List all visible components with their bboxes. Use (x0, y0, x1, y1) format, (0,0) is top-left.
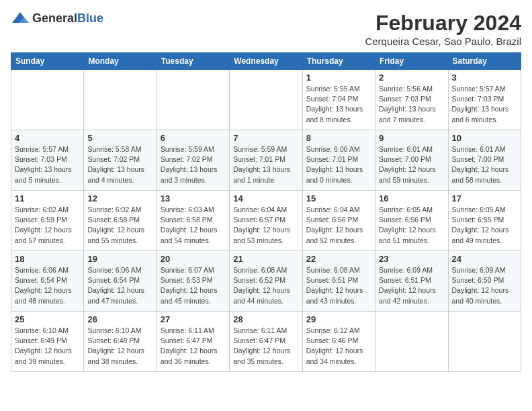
day-cell: 5Sunrise: 5:58 AM Sunset: 7:02 PM Daylig… (84, 130, 157, 191)
day-cell (157, 70, 229, 130)
day-cell: 14Sunrise: 6:04 AM Sunset: 6:57 PM Dayli… (230, 191, 302, 251)
day-number: 12 (87, 193, 152, 203)
day-detail: Sunrise: 5:56 AM Sunset: 7:03 PM Dayligh… (379, 84, 444, 125)
day-cell: 12Sunrise: 6:02 AM Sunset: 6:58 PM Dayli… (84, 191, 157, 251)
day-number: 24 (452, 254, 517, 264)
day-cell (448, 312, 521, 372)
day-number: 3 (452, 73, 517, 83)
weekday-thursday: Thursday (302, 53, 375, 70)
day-cell: 9Sunrise: 6:01 AM Sunset: 7:00 PM Daylig… (375, 130, 448, 191)
day-cell: 19Sunrise: 6:06 AM Sunset: 6:54 PM Dayli… (84, 251, 157, 312)
day-detail: Sunrise: 6:06 AM Sunset: 6:54 PM Dayligh… (15, 265, 80, 306)
day-number: 8 (306, 133, 371, 143)
day-number: 5 (87, 133, 152, 143)
day-cell: 4Sunrise: 5:57 AM Sunset: 7:03 PM Daylig… (11, 130, 84, 191)
week-row-3: 11Sunrise: 6:02 AM Sunset: 6:59 PM Dayli… (11, 191, 521, 251)
day-number: 4 (15, 133, 80, 143)
day-detail: Sunrise: 5:58 AM Sunset: 7:02 PM Dayligh… (87, 144, 152, 185)
day-cell: 15Sunrise: 6:04 AM Sunset: 6:56 PM Dayli… (302, 191, 375, 251)
day-detail: Sunrise: 6:11 AM Sunset: 6:47 PM Dayligh… (161, 326, 226, 367)
day-cell: 10Sunrise: 6:01 AM Sunset: 7:00 PM Dayli… (448, 130, 521, 191)
day-cell: 7Sunrise: 5:59 AM Sunset: 7:01 PM Daylig… (230, 130, 302, 191)
day-number: 11 (15, 193, 80, 203)
day-number: 25 (15, 314, 80, 324)
weekday-saturday: Saturday (448, 53, 521, 70)
calendar-table: SundayMondayTuesdayWednesdayThursdayFrid… (11, 52, 521, 372)
page-subtitle: Cerqueira Cesar, Sao Paulo, Brazil (365, 36, 521, 47)
day-cell (375, 312, 448, 372)
day-cell: 21Sunrise: 6:08 AM Sunset: 6:52 PM Dayli… (230, 251, 302, 312)
day-cell: 20Sunrise: 6:07 AM Sunset: 6:53 PM Dayli… (157, 251, 229, 312)
day-cell: 18Sunrise: 6:06 AM Sunset: 6:54 PM Dayli… (11, 251, 84, 312)
day-detail: Sunrise: 6:08 AM Sunset: 6:51 PM Dayligh… (306, 265, 371, 306)
day-number: 19 (87, 254, 152, 264)
day-detail: Sunrise: 6:01 AM Sunset: 7:00 PM Dayligh… (379, 144, 444, 185)
weekday-sunday: Sunday (11, 53, 84, 70)
day-cell: 3Sunrise: 5:57 AM Sunset: 7:03 PM Daylig… (448, 70, 521, 130)
day-number: 23 (379, 254, 444, 264)
day-number: 27 (161, 314, 226, 324)
day-detail: Sunrise: 6:10 AM Sunset: 6:48 PM Dayligh… (87, 326, 152, 367)
day-number: 20 (161, 254, 226, 264)
day-number: 15 (306, 193, 371, 203)
day-number: 28 (233, 314, 298, 324)
day-number: 18 (15, 254, 80, 264)
logo-blue: Blue (77, 11, 103, 25)
day-number: 29 (306, 314, 371, 324)
day-cell: 8Sunrise: 6:00 AM Sunset: 7:01 PM Daylig… (302, 130, 375, 191)
day-number: 6 (161, 133, 226, 143)
day-number: 9 (379, 133, 444, 143)
day-cell (11, 70, 84, 130)
day-cell (84, 70, 157, 130)
day-cell: 2Sunrise: 5:56 AM Sunset: 7:03 PM Daylig… (375, 70, 448, 130)
logo: GeneralBlue (11, 11, 103, 26)
day-cell: 24Sunrise: 6:09 AM Sunset: 6:50 PM Dayli… (448, 251, 521, 312)
day-number: 13 (161, 193, 226, 203)
day-number: 2 (379, 73, 444, 83)
day-detail: Sunrise: 5:57 AM Sunset: 7:03 PM Dayligh… (452, 84, 517, 125)
page-header: GeneralBlue February 2024 Cerqueira Cesa… (11, 11, 521, 47)
day-cell: 6Sunrise: 5:59 AM Sunset: 7:02 PM Daylig… (157, 130, 229, 191)
day-number: 22 (306, 254, 371, 264)
day-detail: Sunrise: 6:04 AM Sunset: 6:56 PM Dayligh… (306, 205, 371, 246)
week-row-1: 1Sunrise: 5:55 AM Sunset: 7:04 PM Daylig… (11, 70, 521, 130)
day-number: 17 (452, 193, 517, 203)
day-detail: Sunrise: 6:07 AM Sunset: 6:53 PM Dayligh… (161, 265, 226, 306)
weekday-monday: Monday (84, 53, 157, 70)
day-number: 14 (233, 193, 298, 203)
weekday-friday: Friday (375, 53, 448, 70)
day-number: 10 (452, 133, 517, 143)
day-cell (230, 70, 302, 130)
weekday-wednesday: Wednesday (230, 53, 302, 70)
day-cell: 26Sunrise: 6:10 AM Sunset: 6:48 PM Dayli… (84, 312, 157, 372)
logo-general: General (32, 11, 77, 25)
day-detail: Sunrise: 6:12 AM Sunset: 6:46 PM Dayligh… (306, 326, 371, 367)
day-detail: Sunrise: 5:55 AM Sunset: 7:04 PM Dayligh… (306, 84, 371, 125)
day-detail: Sunrise: 6:09 AM Sunset: 6:50 PM Dayligh… (452, 265, 517, 306)
day-cell: 13Sunrise: 6:03 AM Sunset: 6:58 PM Dayli… (157, 191, 229, 251)
day-cell: 29Sunrise: 6:12 AM Sunset: 6:46 PM Dayli… (302, 312, 375, 372)
day-cell: 11Sunrise: 6:02 AM Sunset: 6:59 PM Dayli… (11, 191, 84, 251)
day-number: 7 (233, 133, 298, 143)
week-row-2: 4Sunrise: 5:57 AM Sunset: 7:03 PM Daylig… (11, 130, 521, 191)
week-row-4: 18Sunrise: 6:06 AM Sunset: 6:54 PM Dayli… (11, 251, 521, 312)
logo-icon (11, 11, 30, 26)
week-row-5: 25Sunrise: 6:10 AM Sunset: 6:49 PM Dayli… (11, 312, 521, 372)
day-cell: 22Sunrise: 6:08 AM Sunset: 6:51 PM Dayli… (302, 251, 375, 312)
page-title: February 2024 (365, 11, 521, 36)
day-cell: 28Sunrise: 6:11 AM Sunset: 6:47 PM Dayli… (230, 312, 302, 372)
day-number: 26 (87, 314, 152, 324)
weekday-header-row: SundayMondayTuesdayWednesdayThursdayFrid… (11, 53, 521, 70)
day-detail: Sunrise: 5:59 AM Sunset: 7:02 PM Dayligh… (161, 144, 226, 185)
day-detail: Sunrise: 6:08 AM Sunset: 6:52 PM Dayligh… (233, 265, 298, 306)
day-detail: Sunrise: 5:57 AM Sunset: 7:03 PM Dayligh… (15, 144, 80, 185)
day-detail: Sunrise: 6:03 AM Sunset: 6:58 PM Dayligh… (161, 205, 226, 246)
day-detail: Sunrise: 6:02 AM Sunset: 6:58 PM Dayligh… (87, 205, 152, 246)
day-detail: Sunrise: 6:00 AM Sunset: 7:01 PM Dayligh… (306, 144, 371, 185)
day-detail: Sunrise: 6:09 AM Sunset: 6:51 PM Dayligh… (379, 265, 444, 306)
day-detail: Sunrise: 6:05 AM Sunset: 6:56 PM Dayligh… (379, 205, 444, 246)
day-cell: 16Sunrise: 6:05 AM Sunset: 6:56 PM Dayli… (375, 191, 448, 251)
day-cell: 27Sunrise: 6:11 AM Sunset: 6:47 PM Dayli… (157, 312, 229, 372)
weekday-tuesday: Tuesday (157, 53, 229, 70)
day-cell: 23Sunrise: 6:09 AM Sunset: 6:51 PM Dayli… (375, 251, 448, 312)
